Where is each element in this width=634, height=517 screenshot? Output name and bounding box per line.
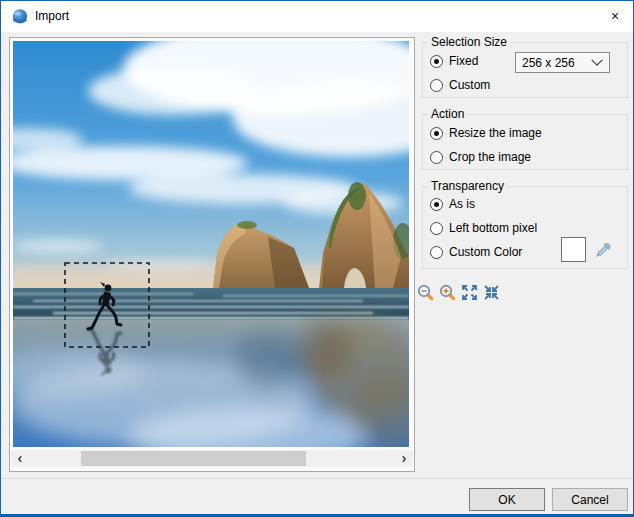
radio-custom-color-circle [430, 246, 443, 259]
scroll-left-arrow-icon[interactable]: ‹ [12, 450, 28, 467]
size-dropdown-value: 256 x 256 [522, 56, 593, 70]
radio-fixed[interactable]: Fixed [430, 54, 478, 68]
scroll-right-arrow-icon[interactable]: › [396, 450, 412, 467]
title-bar: Import × [1, 1, 633, 32]
action-group: Action Resize the image Crop the image [422, 114, 628, 170]
radio-fixed-circle [430, 55, 443, 68]
size-dropdown[interactable]: 256 x 256 [515, 52, 610, 73]
import-dialog: Import × [0, 0, 634, 517]
radio-custom-circle [430, 79, 443, 92]
radio-as-is[interactable]: As is [430, 197, 475, 211]
action-label: Action [428, 107, 467, 121]
radio-as-is-circle [430, 198, 443, 211]
preview-photo[interactable] [13, 41, 409, 447]
radio-left-bottom-circle [430, 222, 443, 235]
close-button[interactable]: × [598, 2, 632, 31]
image-preview-panel: ‹ › [9, 37, 415, 472]
fit-to-window-icon[interactable] [461, 284, 478, 301]
transparency-group: Transparency As is Left bottom pixel Cus… [422, 186, 628, 269]
radio-custom-color[interactable]: Custom Color [430, 245, 522, 259]
selection-size-label: Selection Size [428, 35, 510, 49]
app-icon [11, 8, 29, 26]
actual-size-icon[interactable] [483, 284, 500, 301]
eyedropper-icon[interactable] [594, 240, 612, 259]
zoom-toolbar [417, 284, 500, 301]
footer-divider [1, 478, 633, 479]
cancel-button[interactable]: Cancel [552, 488, 628, 511]
zoom-in-icon[interactable] [439, 284, 456, 301]
radio-resize-circle [430, 127, 443, 140]
custom-color-swatch[interactable] [561, 237, 586, 262]
scrollbar-thumb[interactable] [81, 451, 306, 466]
selection-size-group: Selection Size Fixed 256 x 256 Custom [422, 42, 628, 98]
window-title: Import [35, 1, 69, 32]
radio-left-bottom-pixel[interactable]: Left bottom pixel [430, 221, 537, 235]
radio-crop[interactable]: Crop the image [430, 150, 531, 164]
radio-custom[interactable]: Custom [430, 78, 490, 92]
zoom-out-icon[interactable] [417, 284, 434, 301]
radio-crop-circle [430, 151, 443, 164]
radio-resize[interactable]: Resize the image [430, 126, 542, 140]
ok-button[interactable]: OK [469, 488, 545, 511]
chevron-down-icon [591, 54, 602, 65]
horizontal-scrollbar[interactable]: ‹ › [11, 450, 413, 467]
transparency-label: Transparency [428, 179, 507, 193]
